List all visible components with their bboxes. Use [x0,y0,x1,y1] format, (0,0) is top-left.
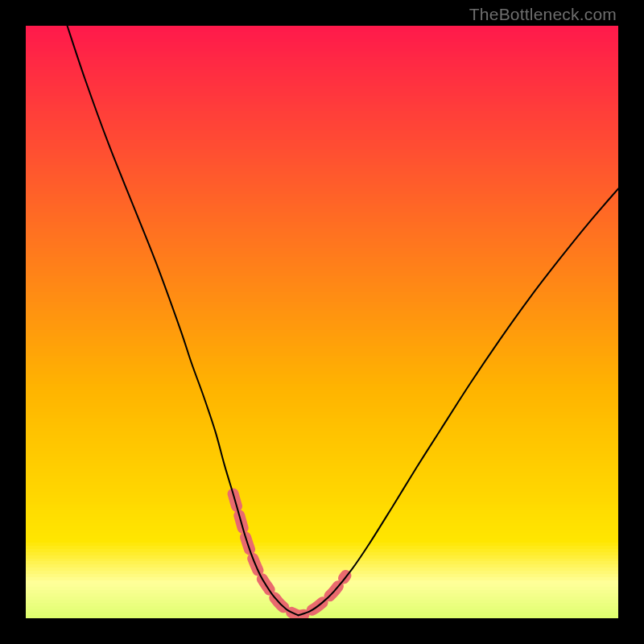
watermark-text: TheBottleneck.com [469,5,617,24]
right-curve [299,188,618,615]
plot-area [26,26,618,618]
chart-frame: TheBottleneck.com [0,0,644,644]
left-curve [68,26,299,615]
curve-layer [26,26,618,618]
